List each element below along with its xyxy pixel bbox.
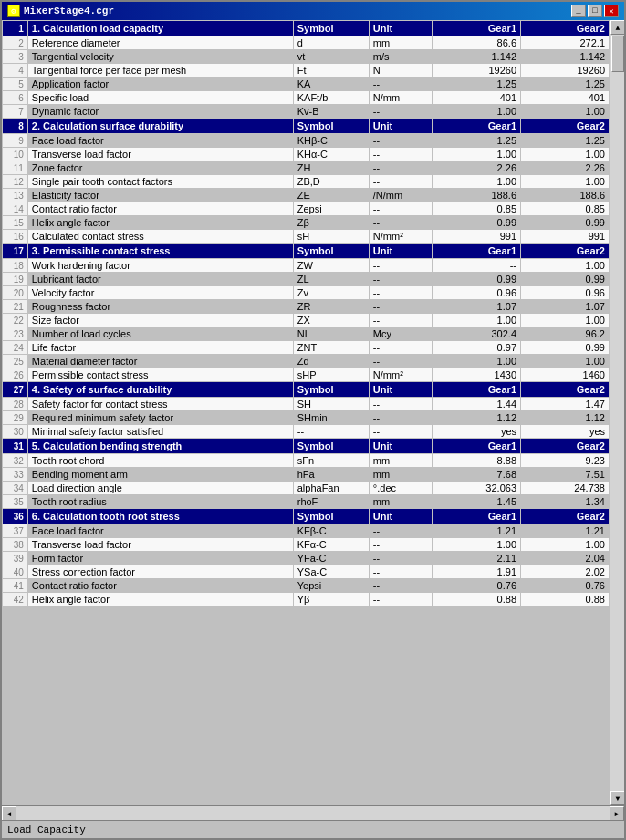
row-symbol: alphaFan [293, 482, 369, 495]
row-symbol: rhoF [293, 495, 369, 509]
row-number: 21 [3, 300, 28, 314]
row-symbol: sHP [293, 368, 369, 382]
scroll-left-button[interactable]: ◄ [2, 806, 16, 821]
scroll-up-button[interactable]: ▲ [610, 20, 624, 35]
title-buttons: _ □ ✕ [571, 5, 619, 17]
table-row: 41 Contact ratio factor Yepsi -- 0.76 0.… [3, 579, 610, 593]
row-label: Helix angle factor [27, 593, 293, 607]
row-number: 11 [3, 161, 28, 175]
row-gear2: 2.02 [521, 565, 610, 579]
row-number: 25 [3, 355, 28, 368]
col-gear2: Gear2 [521, 382, 610, 398]
row-number: 31 [3, 439, 28, 454]
row-label: Tooth root chord [27, 454, 293, 468]
app-icon: ⚙ [7, 5, 20, 17]
row-number: 17 [3, 244, 28, 259]
table-row: 5 Application factor KA -- 1.25 1.25 [3, 78, 610, 91]
row-symbol: vt [293, 50, 369, 64]
row-symbol: KA [293, 78, 369, 91]
row-gear1: 1.12 [433, 411, 521, 425]
table-row: 14 Contact ratio factor Zepsi -- 0.85 0.… [3, 202, 610, 216]
row-number: 41 [3, 579, 28, 593]
row-label: Material diameter factor [27, 355, 293, 368]
row-number: 2 [3, 36, 28, 50]
row-gear1: 1.00 [433, 105, 521, 119]
row-symbol: -- [293, 425, 369, 439]
row-gear2: 1.00 [521, 259, 610, 273]
row-symbol: sH [293, 230, 369, 244]
row-gear1: 0.97 [433, 341, 521, 355]
scroll-right-button[interactable]: ► [610, 806, 624, 821]
row-gear2: 1460 [521, 368, 610, 382]
row-gear1: 0.99 [433, 216, 521, 230]
table-row: 28 Safety factor for contact stress SH -… [3, 398, 610, 411]
row-gear1: 1.00 [433, 538, 521, 552]
row-number: 9 [3, 134, 28, 148]
row-gear2: 0.96 [521, 286, 610, 300]
row-label: Single pair tooth contact factors [27, 175, 293, 189]
row-label: Roughness factor [27, 300, 293, 314]
row-number: 28 [3, 398, 28, 411]
table-row: 18 Work hardening factor ZW -- -- 1.00 [3, 259, 610, 273]
row-unit: mm [369, 468, 432, 482]
row-symbol: ZR [293, 300, 369, 314]
row-symbol: Zd [293, 355, 369, 368]
scroll-down-button[interactable]: ▼ [610, 791, 624, 805]
row-number: 35 [3, 495, 28, 509]
row-unit: -- [369, 593, 432, 607]
row-number: 23 [3, 327, 28, 341]
row-gear2: 1.00 [521, 314, 610, 327]
row-number: 6 [3, 91, 28, 105]
table-row: 21 Roughness factor ZR -- 1.07 1.07 [3, 300, 610, 314]
title-bar: ⚙ MixerStage4.cgr _ □ ✕ [2, 2, 624, 20]
table-scroll-container[interactable]: 1 1. Calculation load capacity Symbol Un… [2, 20, 610, 805]
table-row: 22 Size factor ZX -- 1.00 1.00 [3, 314, 610, 327]
main-window: ⚙ MixerStage4.cgr _ □ ✕ 1 1. Calculation… [0, 0, 626, 840]
row-symbol: ZW [293, 259, 369, 273]
row-gear2: 1.142 [521, 50, 610, 64]
hscroll-track[interactable] [16, 806, 610, 820]
row-unit: mm [369, 36, 432, 50]
row-symbol: KAFt/b [293, 91, 369, 105]
row-label: Specific load [27, 91, 293, 105]
row-gear1: 1.91 [433, 565, 521, 579]
minimize-button[interactable]: _ [571, 5, 586, 17]
table-row: 16 Calculated contact stress sH N/mm² 99… [3, 230, 610, 244]
row-number: 42 [3, 593, 28, 607]
row-label: Tangential force per face per mesh [27, 64, 293, 78]
row-gear1: 7.68 [433, 468, 521, 482]
row-gear2: 1.00 [521, 105, 610, 119]
scroll-track[interactable] [610, 35, 624, 791]
section-header-row: 1 1. Calculation load capacity Symbol Un… [3, 21, 610, 36]
row-symbol: KHβ-C [293, 134, 369, 148]
row-number: 4 [3, 64, 28, 78]
table-row: 42 Helix angle factor Yβ -- 0.88 0.88 [3, 593, 610, 607]
col-unit: Unit [369, 382, 432, 398]
close-button[interactable]: ✕ [604, 5, 619, 17]
maximize-button[interactable]: □ [588, 5, 602, 17]
row-gear2: 1.00 [521, 175, 610, 189]
table-row: 39 Form factor YFa-C -- 2.11 2.04 [3, 552, 610, 565]
row-unit: -- [369, 161, 432, 175]
row-symbol: sFn [293, 454, 369, 468]
row-number: 32 [3, 454, 28, 468]
section-header-row: 36 6. Calculation tooth root stress Symb… [3, 509, 610, 524]
row-label: Velocity factor [27, 286, 293, 300]
row-label: Required minimum safety factor [27, 411, 293, 425]
row-number: 33 [3, 468, 28, 482]
row-gear1: 1.142 [433, 50, 521, 64]
row-unit: -- [369, 202, 432, 216]
row-gear1: 1.00 [433, 175, 521, 189]
row-gear1: 0.85 [433, 202, 521, 216]
col-gear1: Gear1 [433, 509, 521, 524]
row-label: Dynamic factor [27, 105, 293, 119]
row-symbol: YSa-C [293, 565, 369, 579]
col-unit: Unit [369, 21, 432, 36]
row-number: 1 [3, 21, 28, 36]
row-label: Minimal safety factor satisfied [27, 425, 293, 439]
col-gear1: Gear1 [433, 439, 521, 454]
row-gear2: 1.12 [521, 411, 610, 425]
row-number: 18 [3, 259, 28, 273]
scroll-thumb[interactable] [611, 36, 624, 72]
row-gear2: 401 [521, 91, 610, 105]
